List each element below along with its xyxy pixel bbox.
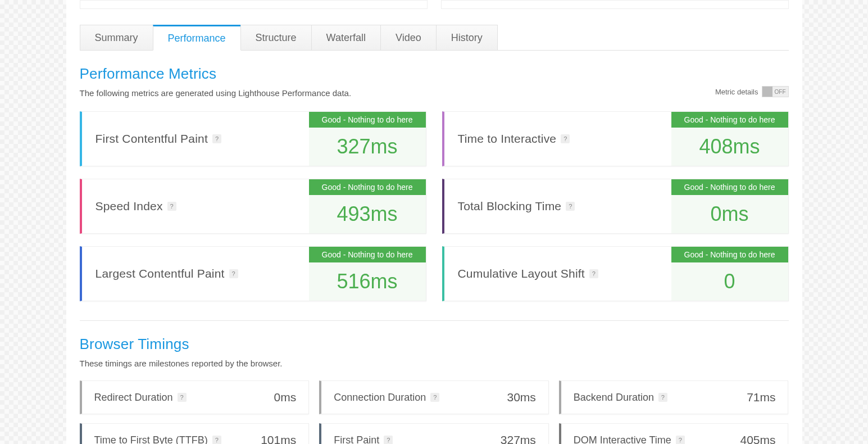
help-icon[interactable]: [167, 202, 176, 211]
content-container: Summary Performance Structure Waterfall …: [66, 0, 802, 444]
metric-card-si: Speed Index Good - Nothing to do here 49…: [80, 179, 426, 234]
metric-value-box: Good - Nothing to do here 493ms: [309, 179, 426, 233]
metric-value: 0: [671, 262, 788, 301]
timing-name-wrap: Backend Duration: [574, 392, 667, 404]
metric-value: 0ms: [671, 195, 788, 233]
help-icon[interactable]: [566, 202, 575, 211]
timing-name: Redirect Duration: [94, 392, 173, 404]
timing-name-wrap: Redirect Duration: [94, 392, 187, 404]
metric-value-box: Good - Nothing to do here 327ms: [309, 112, 426, 166]
tab-label: Structure: [256, 32, 297, 44]
timing-value: 327ms: [501, 433, 536, 444]
metric-value-box: Good - Nothing to do here 516ms: [309, 247, 426, 301]
metric-card-tti: Time to Interactive Good - Nothing to do…: [442, 111, 789, 166]
metric-status: Good - Nothing to do here: [309, 112, 426, 128]
timing-card-dom-interactive: DOM Interactive Time 405ms: [559, 423, 789, 444]
help-icon[interactable]: [212, 436, 221, 444]
tab-performance[interactable]: Performance: [153, 25, 241, 51]
section-divider: [80, 320, 789, 321]
tab-label: Waterfall: [326, 32, 366, 44]
tab-label: History: [451, 32, 483, 44]
help-icon[interactable]: [212, 134, 221, 143]
timing-name-wrap: First Paint: [334, 434, 393, 445]
timing-name: Time to First Byte (TTFB): [94, 434, 208, 445]
metric-name-area: Cumulative Layout Shift: [444, 247, 671, 301]
tab-video[interactable]: Video: [380, 25, 437, 50]
tab-summary[interactable]: Summary: [80, 25, 153, 50]
timing-name-wrap: Time to First Byte (TTFB): [94, 434, 221, 445]
metric-details-toggle[interactable]: OFF: [762, 86, 789, 97]
tab-waterfall[interactable]: Waterfall: [311, 25, 381, 50]
metric-status: Good - Nothing to do here: [671, 179, 788, 195]
metric-value-box: Good - Nothing to do here 0: [671, 247, 788, 301]
toggle-knob: [762, 87, 772, 97]
timing-name: Backend Duration: [574, 392, 654, 404]
timing-card-connection: Connection Duration 30ms: [319, 380, 549, 414]
metric-value: 327ms: [309, 128, 426, 166]
metric-status: Good - Nothing to do here: [309, 179, 426, 195]
metric-name-area: Speed Index: [82, 179, 309, 233]
help-icon[interactable]: [229, 269, 238, 278]
tab-label: Summary: [95, 32, 138, 44]
metric-value: 516ms: [309, 262, 426, 301]
toggle-state-label: OFF: [772, 89, 788, 95]
timing-card-first-paint: First Paint 327ms: [319, 423, 549, 444]
tab-history[interactable]: History: [436, 25, 498, 50]
help-icon[interactable]: [676, 436, 685, 444]
timing-name: Connection Duration: [334, 392, 426, 404]
timing-card-ttfb: Time to First Byte (TTFB) 101ms: [80, 423, 310, 444]
above-fold-placeholder: [80, 0, 789, 9]
metric-name: Time to Interactive: [458, 132, 557, 146]
performance-metrics-grid: First Contentful Paint Good - Nothing to…: [80, 111, 789, 301]
page-root: Summary Performance Structure Waterfall …: [0, 0, 868, 444]
timing-name-wrap: DOM Interactive Time: [574, 434, 685, 445]
help-icon[interactable]: [178, 393, 187, 402]
metric-card-lcp: Largest Contentful Paint Good - Nothing …: [80, 246, 426, 301]
timing-value: 405ms: [740, 433, 775, 444]
metric-name-area: Total Blocking Time: [444, 179, 671, 233]
browser-timings-title: Browser Timings: [80, 336, 789, 353]
metric-name-area: Largest Contentful Paint: [82, 247, 309, 301]
timing-value: 0ms: [274, 391, 296, 404]
metric-name-area: First Contentful Paint: [82, 112, 309, 166]
tab-label: Video: [396, 32, 421, 44]
tab-label: Performance: [168, 33, 226, 44]
help-icon[interactable]: [430, 393, 439, 402]
metric-card-cls: Cumulative Layout Shift Good - Nothing t…: [442, 246, 789, 301]
metric-name: Largest Contentful Paint: [96, 267, 225, 280]
timing-name: DOM Interactive Time: [574, 434, 671, 445]
performance-metrics-title: Performance Metrics: [80, 65, 789, 83]
timing-name-wrap: Connection Duration: [334, 392, 439, 404]
metric-value-box: Good - Nothing to do here 0ms: [671, 179, 788, 233]
timing-value: 30ms: [507, 391, 535, 404]
metric-status: Good - Nothing to do here: [309, 247, 426, 262]
timing-card-redirect: Redirect Duration 0ms: [80, 380, 310, 414]
metric-name: Speed Index: [96, 200, 163, 213]
browser-timings-subtitle: These timings are milestones reported by…: [80, 359, 789, 368]
report-tabs: Summary Performance Structure Waterfall …: [80, 25, 789, 51]
metric-name-area: Time to Interactive: [444, 112, 671, 166]
metric-details-label: Metric details: [715, 88, 758, 96]
help-icon[interactable]: [658, 393, 667, 402]
timing-card-backend: Backend Duration 71ms: [559, 380, 789, 414]
help-icon[interactable]: [589, 269, 598, 278]
timing-value: 71ms: [747, 391, 775, 404]
metric-value: 408ms: [671, 128, 788, 166]
metric-value-box: Good - Nothing to do here 408ms: [671, 112, 788, 166]
timing-name: First Paint: [334, 434, 379, 445]
metric-name: First Contentful Paint: [96, 132, 208, 146]
metric-value: 493ms: [309, 195, 426, 233]
help-icon[interactable]: [384, 436, 393, 444]
metric-card-tbt: Total Blocking Time Good - Nothing to do…: [442, 179, 789, 234]
metric-name: Total Blocking Time: [458, 200, 562, 213]
metric-status: Good - Nothing to do here: [671, 112, 788, 128]
metric-name: Cumulative Layout Shift: [458, 267, 585, 280]
metric-card-fcp: First Contentful Paint Good - Nothing to…: [80, 111, 426, 166]
metric-status: Good - Nothing to do here: [671, 247, 788, 262]
tab-structure[interactable]: Structure: [240, 25, 312, 50]
browser-timings-grid: Redirect Duration 0ms Connection Duratio…: [80, 380, 789, 444]
help-icon[interactable]: [561, 134, 570, 143]
timing-value: 101ms: [261, 433, 296, 444]
